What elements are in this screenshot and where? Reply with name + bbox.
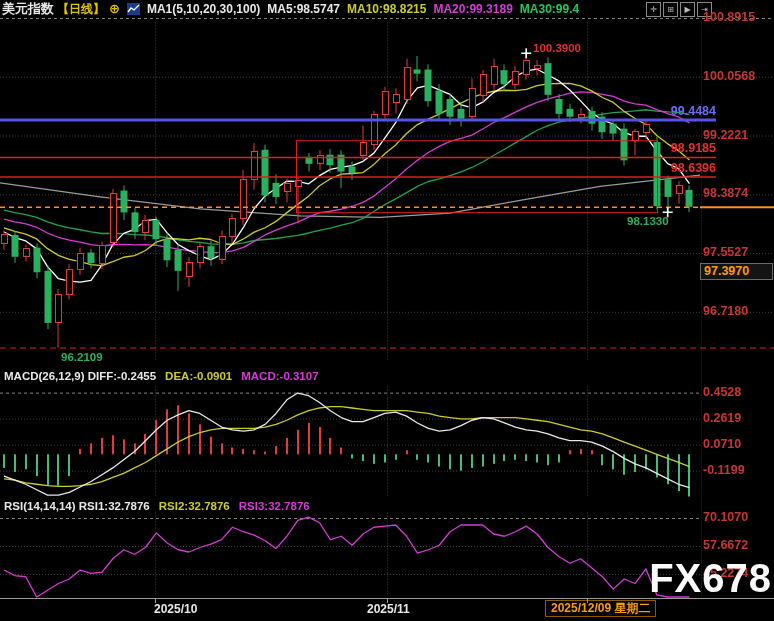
price-chart-canvas[interactable] xyxy=(0,0,774,621)
macd-params-diff-value: MACD(26,12,9) DIFF:-0.2455 xyxy=(4,370,156,384)
time-tick-oct: 2025/10 xyxy=(154,602,197,616)
macd-pane-header: MACD(26,12,9) DIFF:-0.2455 DEA:-0.0901 M… xyxy=(4,370,319,384)
grid-layout-icon[interactable]: ⊞ xyxy=(663,2,678,17)
legend-ma-group: MA1(5,10,20,30,100) xyxy=(147,2,260,16)
time-axis[interactable]: 2025/10 2025/11 2025/12/09 星期二 xyxy=(0,598,774,621)
legend-ma10: MA10:98.8215 xyxy=(347,2,426,16)
chart-header: 美元指数 【日线】 ⊕ MA1(5,10,20,30,100) MA5:98.5… xyxy=(2,1,579,17)
time-tick-nov: 2025/11 xyxy=(367,602,410,616)
macd-dea-value: DEA:-0.0901 xyxy=(165,370,232,384)
axis-tick-mark xyxy=(155,599,156,603)
period-label: 【日线】 xyxy=(57,1,105,18)
symbol-name: 美元指数 xyxy=(2,0,54,18)
chart-window: 美元指数 【日线】 ⊕ MA1(5,10,20,30,100) MA5:98.5… xyxy=(0,0,774,621)
pan-crosshair-icon[interactable]: ✛ xyxy=(646,2,661,17)
fx678-watermark: FX678 xyxy=(649,556,772,601)
macd-macd-value: MACD:-0.3107 xyxy=(241,370,318,384)
candlestick-chart-icon xyxy=(127,3,140,15)
legend-ma30: MA30:99.4 xyxy=(520,2,579,16)
rsi-params-rsi1-value: RSI(14,14,14) RSI1:32.7876 xyxy=(4,500,150,514)
rsi-pane-header: RSI(14,14,14) RSI1:32.7876 RSI2:32.7876 … xyxy=(4,500,310,514)
rsi3-value: RSI3:32.7876 xyxy=(239,500,310,514)
current-date-badge: 2025/12/09 星期二 xyxy=(545,600,656,617)
jump-to-end-icon[interactable]: ⇥ xyxy=(697,2,712,17)
legend-ma20: MA20:99.3189 xyxy=(433,2,512,16)
legend-ma5: MA5:98.5747 xyxy=(267,2,340,16)
chart-toolbar: ✛ ⊞ ▶ ⇥ xyxy=(646,2,712,17)
add-indicator-button[interactable]: ⊕ xyxy=(109,3,120,15)
axis-tick-mark xyxy=(587,599,588,603)
play-forward-icon[interactable]: ▶ xyxy=(680,2,695,17)
rsi2-value: RSI2:32.7876 xyxy=(159,500,230,514)
axis-tick-mark xyxy=(387,599,388,603)
